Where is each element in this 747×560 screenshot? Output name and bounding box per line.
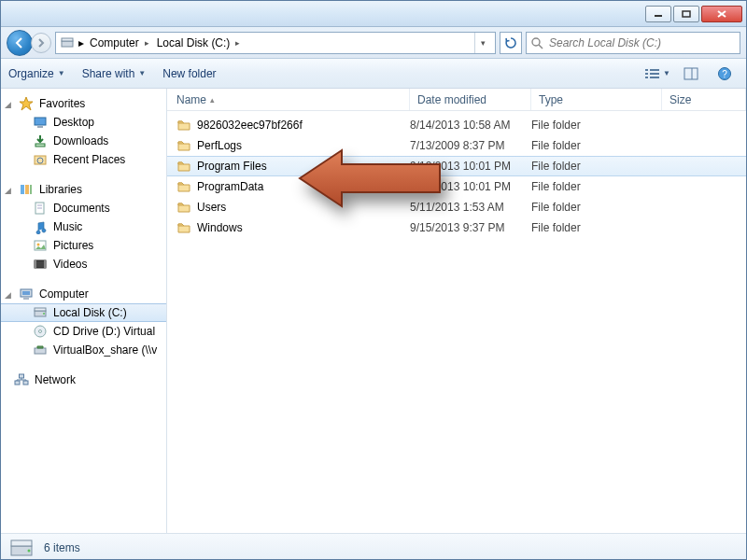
back-button[interactable]	[7, 30, 33, 56]
sidebar-item-recent[interactable]: Recent Places	[1, 150, 166, 169]
titlebar	[1, 1, 746, 27]
svg-rect-39	[35, 308, 46, 311]
col-name[interactable]: Name▴	[167, 89, 410, 110]
collapse-icon: ◢	[5, 100, 13, 108]
preview-pane-button[interactable]	[677, 63, 705, 84]
file-row[interactable]: Users5/11/2013 1:53 AMFile folder	[167, 197, 746, 217]
share-menu[interactable]: Share with▼	[82, 67, 147, 80]
arrow-left-icon	[13, 36, 26, 49]
sort-asc-icon: ▴	[210, 95, 215, 105]
svg-marker-18	[20, 97, 33, 110]
svg-rect-34	[44, 260, 46, 268]
col-date[interactable]: Date modified	[410, 89, 531, 110]
file-row[interactable]: ProgramData9/12/2013 10:01 PMFile folder	[167, 176, 746, 197]
file-row[interactable]: Windows9/15/2013 9:37 PMFile folder	[167, 217, 746, 238]
svg-point-42	[39, 330, 42, 333]
organize-menu[interactable]: Organize▼	[8, 67, 65, 80]
svg-rect-20	[37, 126, 43, 128]
desktop-icon	[33, 115, 48, 130]
sidebar-computer-header[interactable]: ◢ Computer	[1, 285, 166, 303]
refresh-button[interactable]	[500, 32, 522, 54]
main-area: ◢ Favorites Desktop Downloads Recent Pla…	[1, 89, 746, 533]
svg-rect-33	[35, 260, 36, 268]
search-icon	[530, 36, 543, 49]
col-type[interactable]: Type	[531, 89, 662, 110]
navigation-pane: ◢ Favorites Desktop Downloads Recent Pla…	[1, 89, 167, 533]
maximize-button[interactable]	[673, 6, 699, 22]
svg-rect-36	[22, 291, 30, 295]
file-name: Users	[197, 201, 226, 214]
close-button[interactable]	[701, 6, 742, 22]
network-icon	[14, 372, 29, 387]
breadcrumb-localdisk[interactable]: Local Disk (C:)▸	[155, 36, 243, 49]
file-name: PerfLogs	[197, 139, 242, 152]
svg-line-7	[539, 45, 543, 49]
item-label: Desktop	[53, 116, 94, 129]
search-input[interactable]	[547, 35, 736, 50]
file-row[interactable]: Program Files9/12/2013 10:01 PMFile fold…	[167, 156, 746, 176]
address-bar[interactable]: ▸ Computer▸ Local Disk (C:)▸ ▾	[55, 32, 496, 54]
sidebar-item-localdisk[interactable]: Local Disk (C:)	[1, 303, 166, 322]
help-button[interactable]: ?	[711, 63, 739, 84]
maximize-icon	[682, 10, 691, 18]
file-name: 9826032eec97bf266f	[197, 119, 303, 132]
file-name: Windows	[197, 221, 243, 234]
file-name: ProgramData	[197, 180, 263, 193]
svg-rect-10	[645, 73, 648, 75]
svg-text:?: ?	[722, 69, 727, 79]
videos-icon	[33, 257, 48, 272]
sidebar-libraries-header[interactable]: ◢ Libraries	[1, 180, 166, 199]
svg-rect-26	[30, 185, 32, 194]
sidebar-item-downloads[interactable]: Downloads	[1, 132, 166, 150]
item-label: Pictures	[53, 239, 93, 252]
help-icon: ?	[717, 66, 732, 81]
item-label: Recent Places	[53, 153, 125, 166]
svg-rect-1	[683, 11, 690, 17]
svg-rect-44	[15, 381, 20, 385]
documents-icon	[33, 201, 48, 216]
sidebar-item-videos[interactable]: Videos	[1, 255, 166, 273]
svg-point-31	[37, 244, 40, 246]
search-box[interactable]	[526, 32, 740, 54]
address-dropdown[interactable]: ▾	[474, 33, 491, 53]
sidebar-favorites-header[interactable]: ◢ Favorites	[1, 94, 166, 113]
svg-rect-13	[650, 77, 659, 78]
file-type: File folder	[531, 201, 662, 214]
drive-large-icon	[8, 535, 35, 561]
sidebar-network-header[interactable]: Network	[1, 371, 166, 389]
sidebar-item-cddrive[interactable]: CD Drive (D:) Virtual	[1, 322, 166, 341]
sidebar-item-desktop[interactable]: Desktop	[1, 113, 166, 132]
file-row[interactable]: 9826032eec97bf266f8/14/2013 10:58 AMFile…	[167, 115, 746, 135]
file-row[interactable]: PerfLogs7/13/2009 8:37 PMFile folder	[167, 135, 746, 156]
svg-point-40	[43, 313, 45, 315]
forward-button[interactable]	[31, 33, 51, 53]
minimize-button[interactable]	[645, 6, 671, 22]
sidebar-item-vboxshare[interactable]: VirtualBox_share (\\v	[1, 341, 166, 359]
folder-icon	[176, 118, 191, 133]
sidebar-network-label: Network	[35, 373, 76, 386]
file-type: File folder	[531, 160, 662, 173]
col-size[interactable]: Size	[662, 89, 746, 110]
file-list: Name▴ Date modified Type Size 9826032eec…	[167, 89, 746, 533]
sidebar-item-music[interactable]: Music	[1, 217, 166, 236]
sidebar-item-pictures[interactable]: Pictures	[1, 236, 166, 255]
refresh-icon	[504, 36, 517, 49]
svg-rect-19	[35, 118, 46, 125]
svg-rect-8	[645, 69, 648, 71]
sidebar-item-documents[interactable]: Documents	[1, 199, 166, 217]
new-folder-button[interactable]: New folder	[162, 67, 216, 80]
collapse-icon: ◢	[5, 186, 13, 194]
sidebar-computer-label: Computer	[39, 287, 89, 301]
chevron-right-icon: ▸	[233, 38, 242, 48]
svg-rect-48	[11, 540, 32, 546]
breadcrumb-computer[interactable]: Computer▸	[88, 36, 151, 49]
status-count: 6 items	[44, 541, 80, 554]
downloads-icon	[33, 133, 48, 148]
file-date: 9/15/2013 9:37 PM	[410, 221, 531, 234]
file-rows: 9826032eec97bf266f8/14/2013 10:58 AMFile…	[167, 111, 746, 238]
view-options-button[interactable]: ▼	[643, 63, 671, 84]
network-drive-icon	[33, 343, 48, 357]
item-label: Local Disk (C:)	[53, 306, 127, 319]
svg-point-49	[28, 549, 31, 552]
chevron-down-icon: ▼	[58, 69, 65, 77]
